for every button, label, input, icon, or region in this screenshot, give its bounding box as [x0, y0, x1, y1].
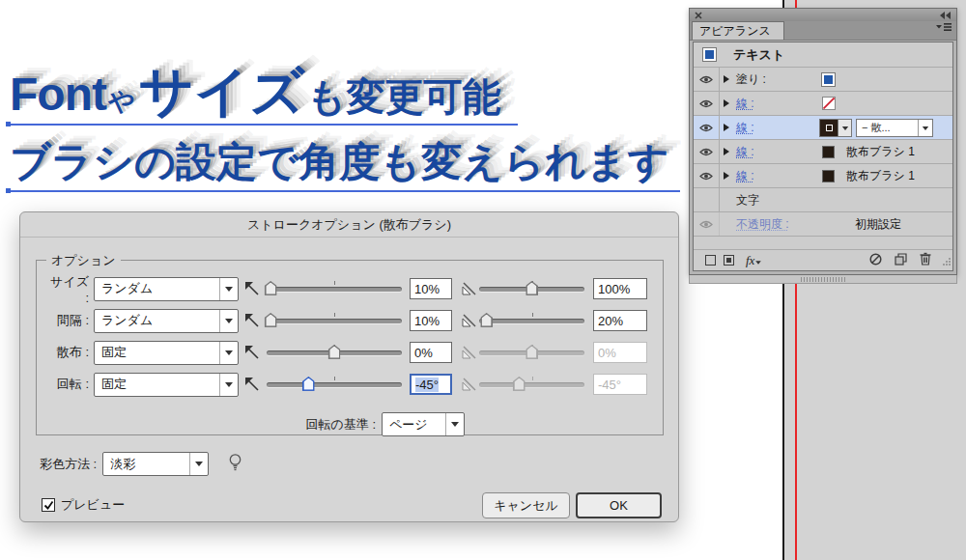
appearance-item-header[interactable]: テキスト	[694, 42, 952, 68]
appearance-list: テキスト 塗り : 線 : 線 :	[693, 42, 953, 271]
chevron-down-icon[interactable]	[838, 120, 851, 136]
delete-item-icon[interactable]	[920, 252, 931, 268]
text-path-line-2	[8, 190, 680, 192]
chevron-down-icon[interactable]	[219, 374, 238, 396]
expand-triangle-icon[interactable]	[720, 124, 736, 131]
expand-triangle-icon[interactable]	[720, 75, 736, 83]
fill-row[interactable]: 塗り :	[694, 68, 952, 92]
brush-name: 散布ブラシ 1	[846, 168, 915, 184]
stroke-swatch-dropdown[interactable]	[819, 119, 852, 137]
scatter-max-slider	[479, 350, 584, 355]
eye-icon-disabled[interactable]	[694, 212, 720, 236]
eye-icon[interactable]	[694, 68, 720, 91]
stroke-row-brush-2[interactable]: 線 : 散布ブラシ 1	[694, 164, 952, 188]
size-min-field[interactable]: 10%	[410, 278, 452, 299]
fill-label[interactable]: 塗り :	[736, 71, 766, 88]
scatter-min-slider[interactable]	[267, 350, 402, 355]
preview-checkbox[interactable]	[42, 498, 55, 512]
ok-button[interactable]: OK	[576, 492, 662, 518]
size-max-field[interactable]: 100%	[593, 278, 647, 299]
none-swatch-red-slash[interactable]	[822, 97, 836, 110]
colorize-dropdown[interactable]: 淡彩	[102, 452, 209, 476]
spacing-max-slider[interactable]	[479, 319, 584, 323]
lightbulb-icon[interactable]	[228, 453, 242, 475]
characters-row[interactable]: 文字	[694, 188, 952, 212]
spacing-min-field[interactable]: 10%	[410, 310, 452, 331]
panel-tab-strip: アピアランス	[690, 21, 956, 41]
scatter-min-field[interactable]: 0%	[410, 342, 452, 363]
path-anchor-point	[6, 122, 11, 126]
headline-text: Fontやサイズも変更可能 ブラシの設定で角度も変えられます	[10, 56, 669, 189]
scatter-mode-dropdown[interactable]: 固定	[94, 341, 239, 365]
path-anchor-point	[6, 188, 11, 193]
rotation-relative-label: 回転の基準 :	[305, 416, 376, 434]
panel-drag-handle[interactable]	[689, 275, 957, 284]
stroke-label[interactable]: 線 :	[736, 144, 754, 160]
expand-triangle-icon[interactable]	[720, 99, 736, 107]
rotation-max-field: -45°	[593, 374, 647, 395]
appearance-panel: アピアランス テキスト 塗り : 線 :	[689, 8, 957, 275]
resize-grip-icon[interactable]	[942, 256, 952, 269]
chevron-down-icon[interactable]	[219, 342, 238, 364]
fill-color-swatch[interactable]	[822, 73, 835, 86]
expand-triangle-icon[interactable]	[720, 172, 736, 180]
panel-titlebar[interactable]	[690, 9, 956, 21]
rotation-label: 回転 :	[46, 376, 89, 393]
expand-triangle-icon[interactable]	[720, 148, 736, 155]
opacity-row[interactable]: 不透明度 : 初期設定	[694, 212, 952, 237]
tab-appearance[interactable]: アピアランス	[692, 21, 784, 40]
text-path-line-1	[8, 124, 518, 126]
chevron-down-icon[interactable]	[219, 310, 238, 332]
stroke-row-brush-1[interactable]: 線 : 散布ブラシ 1	[694, 140, 952, 164]
fx-effect-icon[interactable]: fx	[746, 252, 762, 268]
clear-appearance-icon[interactable]	[869, 253, 882, 268]
rotation-min-field[interactable]: -45°	[410, 374, 452, 395]
close-icon[interactable]	[695, 9, 702, 22]
min-slider-icon	[244, 313, 260, 328]
chevron-down-icon[interactable]	[445, 413, 464, 435]
size-label: サイズ :	[46, 273, 89, 305]
cancel-button[interactable]: キャンセル	[482, 492, 570, 518]
collapse-panel-icon[interactable]	[940, 12, 952, 19]
max-slider-icon	[462, 345, 477, 360]
chevron-down-icon[interactable]	[219, 278, 238, 300]
spacing-label: 間隔 :	[46, 312, 89, 329]
min-slider-icon	[244, 281, 260, 296]
stroke-row-none[interactable]: 線 :	[694, 92, 952, 116]
opacity-label[interactable]: 不透明度 :	[736, 216, 789, 233]
stroke-label[interactable]: 線 :	[736, 168, 754, 184]
spacing-min-slider[interactable]	[267, 319, 402, 323]
panel-toolbar: fx	[694, 250, 952, 270]
min-slider-icon	[244, 345, 260, 360]
duplicate-item-icon[interactable]	[895, 253, 907, 268]
size-max-slider[interactable]	[479, 287, 584, 292]
preview-row: プレビュー	[36, 496, 125, 514]
spacing-max-field[interactable]: 20%	[593, 310, 647, 331]
add-stroke-icon[interactable]	[705, 255, 716, 266]
add-fill-icon[interactable]	[724, 255, 734, 266]
spacing-mode-dropdown[interactable]: ランダム	[94, 309, 239, 333]
brush-definition-combobox[interactable]: − 散...	[856, 119, 933, 137]
stroke-label[interactable]: 線 :	[736, 96, 754, 112]
stroke-label[interactable]: 線 :	[736, 120, 754, 136]
eye-icon[interactable]	[694, 116, 720, 139]
rotation-mode-dropdown[interactable]: 固定	[94, 373, 239, 397]
eye-icon[interactable]	[694, 92, 720, 115]
rotation-relative-dropdown[interactable]: ページ	[382, 412, 465, 436]
options-groupbox: オプション サイズ : ランダム 10% 100% 間隔 : ランダム	[36, 260, 664, 435]
headline-line-2: ブラシの設定で角度も変えられます	[10, 135, 669, 189]
colorize-row: 彩色方法 : 淡彩	[40, 452, 242, 476]
brush-stroke-swatch[interactable]	[822, 146, 835, 158]
brush-stroke-swatch[interactable]	[822, 170, 835, 182]
panel-menu-icon[interactable]	[936, 21, 952, 35]
chevron-down-icon[interactable]	[189, 453, 208, 475]
size-min-slider[interactable]	[267, 287, 402, 292]
size-mode-dropdown[interactable]: ランダム	[94, 277, 239, 301]
eye-cell-empty	[694, 188, 720, 211]
stroke-row-selected[interactable]: 線 : − 散...	[694, 116, 952, 140]
rotation-min-slider[interactable]	[267, 382, 402, 387]
size-row: サイズ : ランダム 10% 100%	[46, 276, 653, 301]
eye-icon[interactable]	[694, 140, 720, 163]
chevron-down-icon[interactable]	[918, 120, 932, 136]
eye-icon[interactable]	[694, 164, 720, 187]
